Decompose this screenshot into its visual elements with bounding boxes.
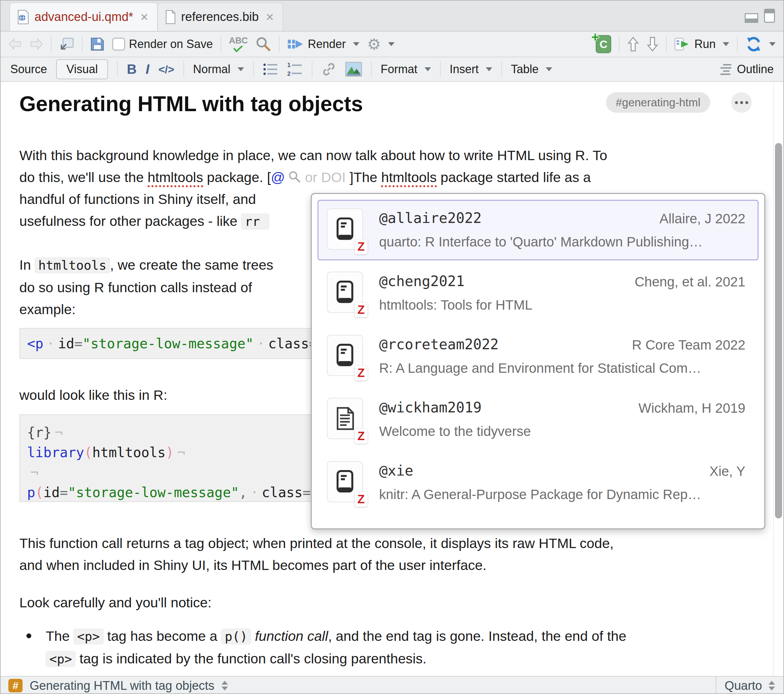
save-icon[interactable] [90,37,104,51]
source-mode-button[interactable]: Source [10,62,47,76]
reference-type-icon: Z [327,461,363,502]
italic-text: function call [255,628,328,644]
render-on-save-checkbox[interactable] [112,38,125,51]
tab-references-bib[interactable]: references.bib × [158,3,283,31]
editor-tab-bar: advanced-ui.qmd* × references.bib × [1,1,783,31]
paragraph-style-dropdown[interactable]: Normal [193,62,244,76]
run-next-icon[interactable] [647,36,658,52]
citation-at-marker: @ [271,169,285,185]
zotero-icon: Z [355,239,367,254]
bold-button[interactable]: B [127,61,137,77]
divider [501,61,502,77]
divider [117,61,118,77]
render-icon [287,37,304,51]
chevron-down-icon [723,42,729,46]
reference-type-icon: Z [327,335,363,376]
render-on-save-label: Render on Save [129,37,213,51]
chunk-letter: C [600,38,608,51]
divider [279,36,280,52]
book-icon [334,469,356,494]
bullet-list-icon[interactable] [263,62,278,76]
tab-advanced-ui-qmd[interactable]: advanced-ui.qmd* × [10,3,158,31]
table-menu[interactable]: Table [511,62,552,76]
inline-code: <p> [74,628,103,645]
insert-chunk-button[interactable]: + C [596,35,611,53]
citation-item[interactable]: Z @allaire2022 Allaire, J 2022 quarto: R… [318,200,759,260]
table-label: Table [511,62,539,76]
citation-title: htmltools: Tools for HTML [379,298,747,313]
search-icon[interactable] [255,36,271,52]
settings-button[interactable] [367,36,395,52]
code-button[interactable]: </> [159,63,175,76]
outline-icon [720,63,733,76]
citation-placeholder: or DOI [301,169,350,185]
run-button[interactable]: Run [674,37,729,51]
divider [312,61,312,77]
divider [221,36,221,52]
image-icon[interactable] [345,62,362,77]
citation-item[interactable]: Z @wickham2019 Wickham, H 2019 Welcome t… [318,389,759,450]
paragraph-style-label: Normal [193,62,231,76]
render-button[interactable]: Render [287,37,359,51]
heading-hash-icon: # [8,679,23,692]
close-icon[interactable]: × [266,11,274,23]
citation-author: Cheng, et al. 2021 [635,274,745,289]
pane-controls [744,9,775,23]
source-toolbar: Render on Save ABC Render [1,31,783,58]
numbered-list-icon[interactable]: 1 2 [287,62,303,76]
tab-label: references.bib [181,10,259,24]
chevron-down-icon [237,67,244,71]
citation-item[interactable]: Z @xie Xie, Y knitr: A General-Purpose P… [318,452,759,513]
zotero-icon: Z [355,492,367,507]
scrollbar-thumb[interactable] [775,143,782,518]
link-icon[interactable] [321,62,336,77]
visual-mode-button[interactable]: Visual [56,59,108,79]
format-menu[interactable]: Format [381,62,431,76]
italic-button[interactable]: I [146,61,150,77]
citation-item[interactable]: Z @rcoreteam2022 R Core Team 2022 R: A L… [318,326,759,386]
chevron-down-icon [546,67,552,71]
text-line: example: [19,298,273,320]
reference-type-icon: Z [327,209,363,250]
zotero-icon: Z [355,366,367,380]
insert-label: Insert [450,62,479,76]
text-line: <p> tag is indicated by the function cal… [46,648,626,670]
outline-toggle[interactable]: Outline [720,62,774,76]
minimize-pane-icon[interactable] [744,13,758,23]
section-selector-icon [221,681,228,691]
format-selector[interactable]: Quarto [716,677,783,694]
paragraph-2: In htmltools, we create the same trees d… [19,254,273,320]
zotero-icon: Z [355,303,367,317]
inline-code: <p> [46,651,76,667]
citation-author: R Core Team 2022 [632,337,745,353]
format-selector-icon [769,681,775,691]
text-line: do so using R function calls instead of [19,276,273,298]
citation-popup: Z @allaire2022 Allaire, J 2022 quarto: R… [311,193,765,530]
section-navigator[interactable]: # Generating HTML with tag objects [1,679,716,693]
divider [253,61,254,77]
text-line: do this, we'll use the htmltools package… [19,166,607,188]
back-icon[interactable] [8,38,22,51]
forward-icon[interactable] [30,38,43,51]
run-previous-icon[interactable] [628,36,639,52]
citation-item[interactable]: Z @cheng2021 Cheng, et al. 2021 htmltool… [318,263,759,324]
more-options-button[interactable] [731,92,752,113]
open-in-new-window-icon[interactable] [59,37,74,51]
render-on-save-control: Render on Save [112,37,213,51]
divider [737,36,738,52]
maximize-pane-icon[interactable] [764,9,775,23]
divider [82,36,82,52]
close-icon[interactable]: × [140,11,148,23]
svg-text:2: 2 [287,71,290,76]
insert-menu[interactable]: Insert [450,62,492,76]
spellcheck-icon[interactable]: ABC [229,36,248,52]
reference-type-icon: Z [327,271,363,313]
citation-id: @wickham2019 [379,399,482,416]
visual-editor-canvas[interactable]: Generating HTML with tag objects #genera… [1,82,783,676]
section-anchor-badge[interactable]: #generating-html [606,92,710,113]
paragraph-3: This function call returns a tag object;… [19,532,614,576]
current-section-label: Generating HTML with tag objects [30,679,214,693]
rerun-source-button[interactable] [745,36,776,53]
misspelled-word: htmltools [148,169,203,187]
chevron-down-icon[interactable] [353,42,359,46]
